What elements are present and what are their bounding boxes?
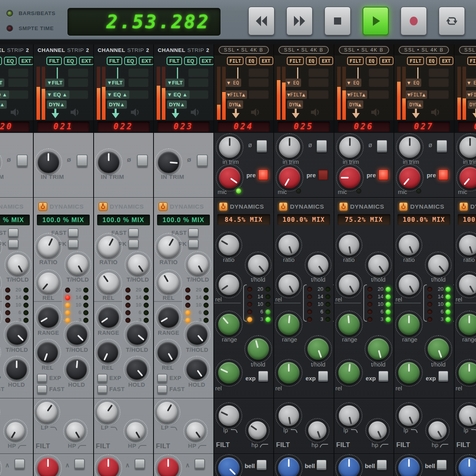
fast-forward-button[interactable] <box>286 7 313 35</box>
speaker-icon[interactable] <box>430 107 440 119</box>
proc-button-filt[interactable]: FILT <box>287 57 304 65</box>
proc-row-1[interactable]: ▼FILT▲ <box>466 90 476 99</box>
pre-button[interactable] <box>258 169 268 180</box>
bell-button[interactable] <box>135 459 145 469</box>
threshold-knob[interactable] <box>245 251 272 278</box>
fast-button[interactable] <box>8 228 18 238</box>
proc-button-ext[interactable]: EXT <box>79 57 94 65</box>
exp-threshold-knob[interactable] <box>184 321 211 348</box>
threshold-knob[interactable] <box>125 251 152 278</box>
in-trim-knob[interactable] <box>276 133 303 161</box>
proc-row-2[interactable]: DYN▲ <box>347 100 363 109</box>
speaker-icon[interactable] <box>190 107 200 119</box>
proc-row-0[interactable]: ▼ EQ <box>405 79 421 87</box>
in-trim-knob[interactable] <box>155 148 182 176</box>
range-knob[interactable] <box>35 304 62 331</box>
eq-band-knob[interactable] <box>94 454 122 476</box>
in-trim-knob[interactable] <box>396 133 424 161</box>
speaker-icon[interactable] <box>370 107 380 119</box>
proc-row-2[interactable]: DYN▲ <box>167 100 187 109</box>
exp-button[interactable] <box>318 371 328 382</box>
proc-row-2[interactable]: DYN▲ <box>227 100 243 109</box>
dynamics-power-button[interactable] <box>279 202 288 211</box>
threshold-knob[interactable] <box>425 251 452 278</box>
threshold-knob[interactable] <box>64 251 91 278</box>
exp-button[interactable] <box>258 371 268 382</box>
lp-filter-knob[interactable] <box>154 399 180 426</box>
insert-slot-2[interactable] <box>188 90 208 99</box>
proc-row-1[interactable]: ▼FILT▲ <box>345 90 367 99</box>
rewind-button[interactable] <box>248 7 274 35</box>
exp-threshold-knob[interactable] <box>4 321 31 348</box>
speaker-icon[interactable] <box>130 107 140 119</box>
release-knob[interactable] <box>395 271 422 298</box>
insert-slot-2[interactable] <box>68 90 88 99</box>
proc-button-ext[interactable]: EXT <box>319 57 333 65</box>
release-knob[interactable] <box>0 269 2 296</box>
range-knob[interactable] <box>395 311 423 338</box>
phase-button[interactable] <box>257 140 267 152</box>
loop-button[interactable] <box>439 7 465 35</box>
lp-filter-knob[interactable] <box>336 402 363 429</box>
proc-row-1[interactable]: ▼ EQ ▲ <box>45 90 69 99</box>
exp-button[interactable] <box>98 374 107 383</box>
proc-row-0[interactable]: ▼FILT <box>105 79 125 87</box>
lp-filter-knob[interactable] <box>456 402 476 429</box>
lp-filter-knob[interactable] <box>395 402 422 429</box>
insert-slot-0[interactable] <box>68 69 88 77</box>
proc-button-eq[interactable]: EQ <box>426 57 437 65</box>
proc-row-2[interactable]: DYN▲ <box>407 100 423 109</box>
record-button[interactable] <box>401 7 427 35</box>
release-knob[interactable] <box>155 269 182 296</box>
proc-row-1[interactable]: ▼FILT▲ <box>225 90 247 99</box>
proc-button-eq[interactable]: EQ <box>64 57 77 65</box>
pk-button[interactable] <box>8 240 18 249</box>
exp-threshold-knob[interactable] <box>244 335 272 363</box>
phase-button[interactable] <box>437 140 447 152</box>
ratio-knob[interactable] <box>35 233 62 261</box>
proc-row-0[interactable]: ▼FILT <box>0 79 4 87</box>
ratio-knob[interactable] <box>155 233 182 261</box>
in-trim-knob[interactable] <box>456 133 476 161</box>
eq-band-knob[interactable] <box>455 454 476 476</box>
threshold-knob[interactable] <box>4 251 31 278</box>
proc-button-filt[interactable]: FILT <box>227 57 244 65</box>
proc-row-0[interactable]: ▼ EQ <box>466 79 476 87</box>
proc-row-1[interactable]: ▼ EQ ▲ <box>105 90 130 99</box>
insert-slot-1[interactable] <box>369 79 389 87</box>
proc-row-0[interactable]: ▼ EQ <box>345 79 361 87</box>
speaker-icon[interactable] <box>250 107 260 119</box>
range-knob[interactable] <box>0 304 2 331</box>
proc-row-2[interactable]: DYN▲ <box>47 100 67 109</box>
proc-row-0[interactable]: ▼FILT <box>45 79 64 87</box>
dynamics-power-button[interactable] <box>38 202 47 211</box>
threshold-knob[interactable] <box>365 251 392 278</box>
exp-release-knob[interactable] <box>455 359 476 387</box>
proc-button-filt[interactable]: FILT <box>167 57 182 65</box>
proc-row-2[interactable]: DYN▲ <box>468 100 476 109</box>
release-knob[interactable] <box>336 271 363 298</box>
lp-filter-knob[interactable] <box>94 399 121 426</box>
hp-filter-knob[interactable] <box>245 418 270 443</box>
phase-button[interactable] <box>77 155 87 167</box>
proc-row-0[interactable]: ▼ EQ <box>285 79 301 87</box>
insert-slot-1[interactable] <box>68 79 88 87</box>
pre-button[interactable] <box>378 169 388 180</box>
bell-button[interactable] <box>317 460 326 470</box>
exp-button[interactable] <box>37 374 47 383</box>
proc-button-ext[interactable]: EXT <box>379 57 393 65</box>
exp-release-knob[interactable] <box>215 359 243 387</box>
stop-button[interactable] <box>324 7 351 35</box>
dynamics-power-button[interactable] <box>459 202 468 211</box>
insert-slot-1[interactable] <box>129 79 148 87</box>
insert-slot-0[interactable] <box>369 69 389 77</box>
speaker-icon[interactable] <box>70 107 79 119</box>
proc-button-filt[interactable]: FILT <box>0 57 2 65</box>
exp-button[interactable] <box>378 371 388 382</box>
eq-band-knob[interactable] <box>0 454 2 476</box>
proc-row-1[interactable]: ▼ EQ ▲ <box>0 90 9 99</box>
insert-slot-2[interactable] <box>369 90 389 99</box>
exp-threshold-knob[interactable] <box>124 321 151 348</box>
proc-button-filt[interactable]: FILT <box>407 57 424 65</box>
in-trim-knob[interactable] <box>0 148 2 176</box>
